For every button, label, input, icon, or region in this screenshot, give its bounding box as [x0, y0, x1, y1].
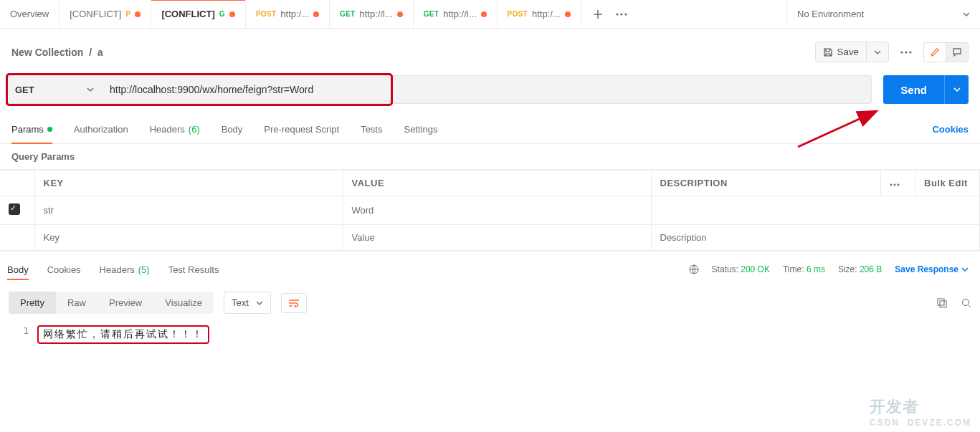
method-badge: GET — [340, 10, 355, 18]
cell-desc-placeholder[interactable]: Description — [651, 225, 980, 251]
status-block: Status: 200 OK — [712, 264, 770, 274]
viewtab-pretty[interactable]: Pretty — [9, 292, 56, 314]
svg-point-5 — [909, 51, 911, 53]
tab-label: Authorization — [74, 124, 128, 135]
cell-value-placeholder[interactable]: Value — [343, 225, 651, 251]
save-button[interactable]: Save — [815, 42, 867, 62]
send-dropdown[interactable] — [944, 75, 969, 104]
tab-body[interactable]: Body — [222, 115, 243, 143]
tab-prerequest[interactable]: Pre-request Script — [264, 115, 339, 143]
tab-label: Headers — [150, 124, 185, 135]
edit-button[interactable] — [923, 42, 946, 62]
tab-headers[interactable]: Headers (6) — [150, 115, 200, 143]
tab-label: [CONFLICT] — [70, 9, 121, 19]
tab-label: Headers — [100, 264, 135, 275]
save-response-label: Save Response — [895, 264, 958, 274]
method-select[interactable]: GET — [8, 77, 101, 102]
viewtab-preview[interactable]: Preview — [97, 292, 153, 314]
send-button[interactable]: Send — [883, 75, 944, 104]
tab-params[interactable]: Params — [11, 115, 52, 143]
tab-label: http:/... — [532, 9, 561, 19]
status-value: 200 OK — [741, 264, 770, 274]
tab-overview[interactable]: Overview — [0, 0, 60, 28]
url-input[interactable] — [101, 77, 871, 102]
svg-point-4 — [905, 51, 907, 53]
cell-key[interactable]: str — [34, 196, 343, 225]
unsaved-dot-icon — [481, 11, 487, 17]
viewtab-raw[interactable]: Raw — [56, 292, 97, 314]
restab-body[interactable]: Body — [7, 259, 29, 280]
row-checkbox[interactable] — [9, 203, 20, 215]
size-value: 206 B — [860, 264, 882, 274]
method-badge: G — [219, 10, 225, 18]
cell-desc[interactable] — [651, 196, 980, 225]
breadcrumb-item: a — [97, 47, 103, 58]
params-table: KEY VALUE DESCRIPTION Bulk Edit str Word… — [0, 169, 980, 251]
tab-label: Overview — [10, 9, 49, 19]
unsaved-dot-icon — [313, 11, 319, 17]
tab-request-4[interactable]: GET http://l... — [414, 0, 498, 28]
restab-headers[interactable]: Headers (5) — [100, 259, 150, 280]
col-value: VALUE — [343, 171, 651, 196]
tab-tests[interactable]: Tests — [361, 115, 382, 143]
tab-request-3[interactable]: GET http://l... — [330, 0, 414, 28]
format-value: Text — [232, 297, 249, 308]
tab-authorization[interactable]: Authorization — [74, 115, 128, 143]
restab-tests[interactable]: Test Results — [168, 259, 219, 280]
viewtab-visualize[interactable]: Visualize — [153, 292, 214, 314]
new-tab-icon[interactable] — [593, 9, 603, 19]
more-cols-icon[interactable] — [890, 183, 900, 186]
save-dropdown[interactable] — [867, 42, 889, 62]
save-response-link[interactable]: Save Response — [895, 264, 969, 274]
svg-rect-10 — [940, 301, 946, 307]
highlight-annotation: 网络繁忙，请稍后再试试！！！ — [37, 325, 209, 344]
search-icon[interactable] — [961, 298, 971, 308]
cell-value[interactable]: Word — [343, 196, 651, 225]
method-badge: POST — [256, 10, 276, 18]
method-badge: GET — [424, 10, 439, 18]
tab-request-1[interactable]: [CONFLICT] G — [151, 0, 245, 28]
table-row-new: Key Value Description — [0, 225, 980, 251]
url-row: GET Send — [0, 75, 980, 115]
viewer-tabs: Pretty Raw Preview Visualize — [9, 292, 214, 314]
tab-request-0[interactable]: [CONFLICT] P — [60, 0, 151, 28]
save-icon — [823, 47, 833, 57]
tab-label: Pre-request Script — [264, 124, 339, 135]
svg-point-2 — [624, 13, 627, 15]
breadcrumb-collection: New Collection — [11, 47, 83, 58]
tab-label: Test Results — [168, 264, 219, 275]
chevron-down-icon — [963, 12, 970, 16]
title-actions: Save — [815, 42, 969, 62]
format-select[interactable]: Text — [224, 292, 271, 314]
copy-icon[interactable] — [937, 298, 947, 308]
breadcrumb[interactable]: New Collection / a — [11, 47, 103, 58]
tab-label: Params — [11, 124, 44, 135]
tab-request-5[interactable]: POST http:/... — [498, 0, 581, 28]
svg-point-1 — [620, 13, 622, 15]
viewer-toolbar: Pretty Raw Preview Visualize Text — [0, 280, 980, 325]
cell-key-placeholder[interactable]: Key — [34, 225, 343, 251]
cookies-link[interactable]: Cookies — [932, 124, 969, 135]
environment-select[interactable]: No Environment — [786, 0, 980, 28]
more-tabs-icon[interactable] — [616, 13, 627, 16]
chevron-down-icon — [87, 87, 94, 92]
table-row: str Word — [0, 196, 980, 225]
time-block: Time: 6 ms — [783, 264, 825, 274]
status-dot-icon — [47, 127, 52, 132]
restab-cookies[interactable]: Cookies — [47, 259, 81, 280]
request-tabs: Params Authorization Headers (6) Body Pr… — [0, 115, 980, 144]
tab-request-2[interactable]: POST http:/... — [246, 0, 330, 28]
globe-icon[interactable] — [689, 264, 699, 274]
bulk-edit-link[interactable]: Bulk Edit — [924, 178, 968, 188]
comment-button[interactable] — [946, 42, 969, 62]
more-actions-icon[interactable] — [896, 47, 916, 58]
wrap-lines-button[interactable] — [281, 293, 307, 313]
svg-point-6 — [890, 184, 893, 186]
title-bar: New Collection / a Save — [0, 29, 980, 75]
tab-label: Body — [7, 264, 29, 275]
response-tabs: Body Cookies Headers (5) Test Results St… — [0, 251, 980, 280]
tab-settings[interactable]: Settings — [404, 115, 437, 143]
tab-label: http://l... — [443, 9, 476, 19]
unsaved-dot-icon — [229, 11, 235, 17]
breadcrumb-sep: / — [89, 47, 92, 58]
